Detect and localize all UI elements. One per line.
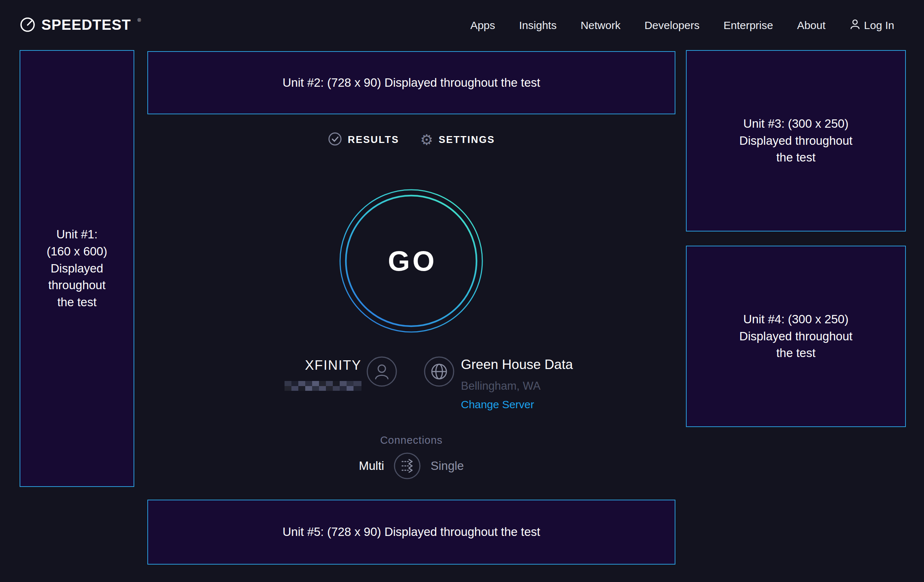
- isp-name: XFINITY: [305, 358, 361, 373]
- top-nav-bar: SPEEDTEST ® Apps Insights Network Develo…: [0, 0, 924, 51]
- connection-mode-multi[interactable]: Multi: [359, 459, 384, 473]
- tabs-row: RESULTS ⚙ SETTINGS: [147, 131, 675, 148]
- ad-unit-1-skyscraper[interactable]: Unit #1: (160 x 600) Displayed throughou…: [20, 50, 134, 487]
- user-icon: [850, 18, 860, 33]
- server-location: Bellingham, WA: [461, 379, 540, 392]
- tab-results[interactable]: RESULTS: [328, 132, 399, 148]
- ad-unit-4-text: Unit #4: (300 x 250) Displayed throughou…: [739, 311, 853, 362]
- nav-item-about[interactable]: About: [797, 19, 825, 31]
- brand-trademark: ®: [137, 17, 141, 23]
- ad-unit-1-text: Unit #1: (160 x 600) Displayed throughou…: [47, 226, 107, 311]
- ad-unit-5-text: Unit #5: (728 x 90) Displayed throughout…: [283, 524, 540, 541]
- nav-item-enterprise[interactable]: Enterprise: [723, 19, 773, 31]
- ad-unit-3-text: Unit #3: (300 x 250) Displayed throughou…: [739, 115, 853, 167]
- server-name: Green House Data: [461, 357, 573, 372]
- connection-mode-toggle-icon[interactable]: [393, 452, 421, 480]
- nav-item-network[interactable]: Network: [581, 19, 620, 31]
- speedometer-icon: [20, 17, 36, 34]
- isp-user-icon[interactable]: [366, 356, 397, 388]
- ad-unit-5-leaderboard[interactable]: Unit #5: (728 x 90) Displayed throughout…: [147, 500, 675, 565]
- login-button[interactable]: Log In: [850, 18, 894, 33]
- nav-item-apps[interactable]: Apps: [470, 19, 495, 31]
- gear-icon: ⚙: [420, 132, 433, 147]
- tab-settings-label: SETTINGS: [439, 134, 495, 145]
- ad-unit-2-leaderboard[interactable]: Unit #2: (728 x 90) Displayed throughout…: [147, 51, 675, 114]
- speedtest-page: SPEEDTEST ® Apps Insights Network Develo…: [0, 0, 924, 582]
- speedtest-logo[interactable]: SPEEDTEST ®: [20, 17, 140, 34]
- globe-icon: [424, 356, 454, 388]
- ad-unit-3-rectangle[interactable]: Unit #3: (300 x 250) Displayed throughou…: [686, 50, 906, 231]
- go-label: GO: [338, 188, 484, 333]
- connections-row: Multi Single: [147, 452, 675, 480]
- tab-results-label: RESULTS: [348, 134, 399, 145]
- change-server-link[interactable]: Change Server: [461, 398, 534, 411]
- connection-mode-single[interactable]: Single: [431, 459, 464, 473]
- brand-name: SPEEDTEST: [41, 17, 131, 33]
- main-nav: Apps Insights Network Developers Enterpr…: [470, 18, 894, 33]
- go-button[interactable]: GO: [338, 188, 484, 333]
- ad-unit-2-text: Unit #2: (728 x 90) Displayed throughout…: [283, 74, 540, 91]
- tab-settings[interactable]: ⚙ SETTINGS: [420, 132, 495, 147]
- connections-label: Connections: [147, 434, 675, 446]
- nav-item-insights[interactable]: Insights: [519, 19, 556, 31]
- check-circle-icon: [328, 132, 342, 148]
- ad-unit-4-rectangle[interactable]: Unit #4: (300 x 250) Displayed throughou…: [686, 246, 906, 427]
- isp-ip-redacted: [285, 381, 361, 391]
- nav-item-developers[interactable]: Developers: [645, 19, 700, 31]
- login-label: Log In: [864, 19, 894, 31]
